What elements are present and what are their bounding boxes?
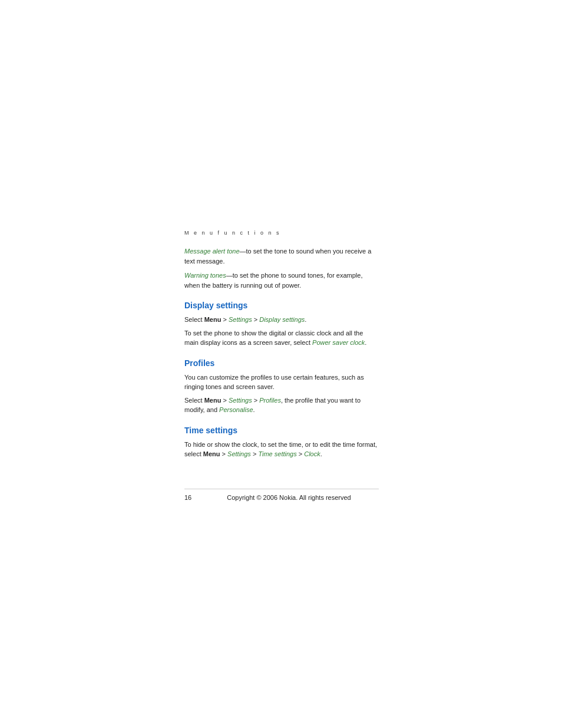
display-settings-heading: Display settings (184, 301, 379, 310)
footer: 16 Copyright © 2006 Nokia. All rights re… (184, 489, 379, 501)
profiles-section: Profiles You can customize the profiles … (184, 358, 379, 415)
profiles-nav-settings: Settings (229, 397, 252, 404)
time-nav-period: . (320, 450, 322, 457)
profiles-nav-menu: Menu (204, 397, 222, 404)
section-label: M e n u f u n c t i o n s (184, 230, 379, 236)
time-nav-sep1: > (220, 450, 228, 457)
time-nav-timesettings: Time settings (258, 450, 296, 457)
time-settings-section: Time settings To hide or show the clock,… (184, 426, 379, 459)
display-nav-sep1: > (221, 316, 229, 323)
time-settings-desc: To hide or show the clock, to set the ti… (184, 440, 379, 459)
profiles-nav-prefix: Select (184, 397, 204, 404)
message-alert-text: Message alert tone—to set the tone to so… (184, 246, 379, 266)
page: M e n u f u n c t i o n s Message alert … (0, 0, 562, 728)
display-nav-period: . (305, 316, 306, 323)
warning-tones-block: Warning tones—to set the phone to sound … (184, 271, 379, 290)
profiles-heading: Profiles (184, 358, 379, 368)
profiles-nav-profiles: Profiles (259, 397, 281, 404)
profiles-nav-personalise: Personalise (219, 406, 253, 413)
warning-tones-label: Warning tones (184, 272, 226, 279)
display-nav-prefix: Select (184, 316, 204, 323)
warning-tones-text: Warning tones—to set the phone to sound … (184, 271, 379, 290)
profiles-desc-text: You can customize the profiles to use ce… (184, 374, 364, 391)
time-nav-clock: Clock (304, 450, 320, 457)
display-settings-nav: Select Menu > Settings > Display setting… (184, 315, 379, 325)
time-nav-menu: Menu (203, 450, 220, 457)
display-nav-settings: Settings (229, 316, 252, 323)
footer-page-number: 16 (184, 494, 191, 501)
profiles-nav-sep1: > (221, 397, 229, 404)
footer-copyright: Copyright © 2006 Nokia. All rights reser… (227, 494, 351, 501)
profiles-nav-sep2: > (252, 397, 260, 404)
display-desc-period: . (365, 339, 366, 346)
display-settings-desc: To set the phone to show the digital or … (184, 328, 379, 348)
display-nav-display: Display settings (259, 316, 305, 323)
profiles-nav-period: . (253, 406, 255, 413)
time-nav-sep3: > (297, 450, 305, 457)
profiles-nav: Select Menu > Settings > Profiles, the p… (184, 396, 379, 415)
power-saver-clock: Power saver clock (312, 339, 365, 346)
message-alert-label: Message alert tone (184, 248, 240, 255)
time-nav-settings: Settings (227, 450, 251, 457)
message-alert-block: Message alert tone—to set the tone to so… (184, 246, 379, 266)
display-nav-menu: Menu (204, 316, 222, 323)
time-settings-heading: Time settings (184, 426, 379, 435)
time-nav-sep2: > (251, 450, 259, 457)
display-settings-section: Display settings Select Menu > Settings … (184, 301, 379, 348)
profiles-desc: You can customize the profiles to use ce… (184, 373, 379, 392)
display-nav-sep2: > (252, 316, 260, 323)
content-area: M e n u f u n c t i o n s Message alert … (184, 230, 379, 464)
